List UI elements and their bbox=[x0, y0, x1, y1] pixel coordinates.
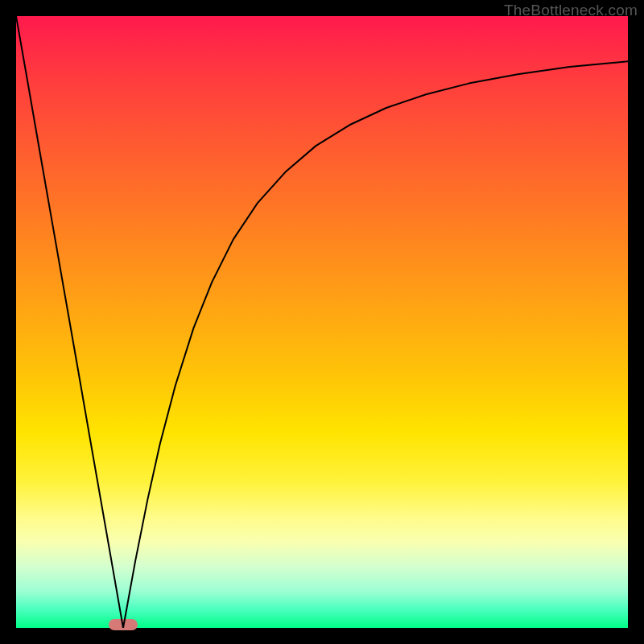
curve-svg bbox=[16, 16, 628, 628]
plot-area bbox=[16, 16, 628, 628]
chart-frame: TheBottleneck.com bbox=[0, 0, 644, 644]
watermark-text: TheBottleneck.com bbox=[504, 2, 638, 19]
bottleneck-curve bbox=[16, 16, 628, 628]
